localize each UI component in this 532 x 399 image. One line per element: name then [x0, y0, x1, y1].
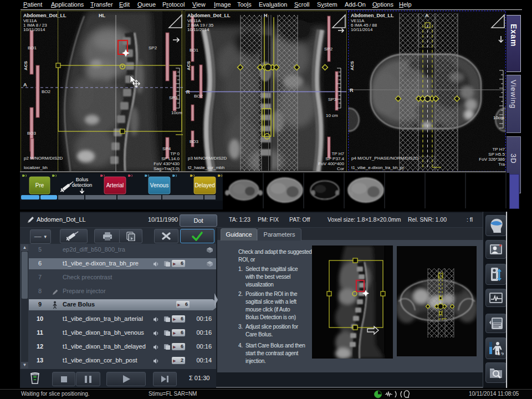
svg-text:46 %: 46 %: [495, 351, 504, 356]
svg-text:Venous: Venous: [150, 182, 168, 188]
svg-text:Pre: Pre: [35, 182, 44, 188]
svg-text:detection: detection: [72, 182, 93, 188]
svg-text:Delayed: Delayed: [195, 182, 215, 188]
svg-text:Bolus: Bolus: [76, 177, 89, 182]
svg-text:Arterial: Arterial: [106, 182, 124, 188]
